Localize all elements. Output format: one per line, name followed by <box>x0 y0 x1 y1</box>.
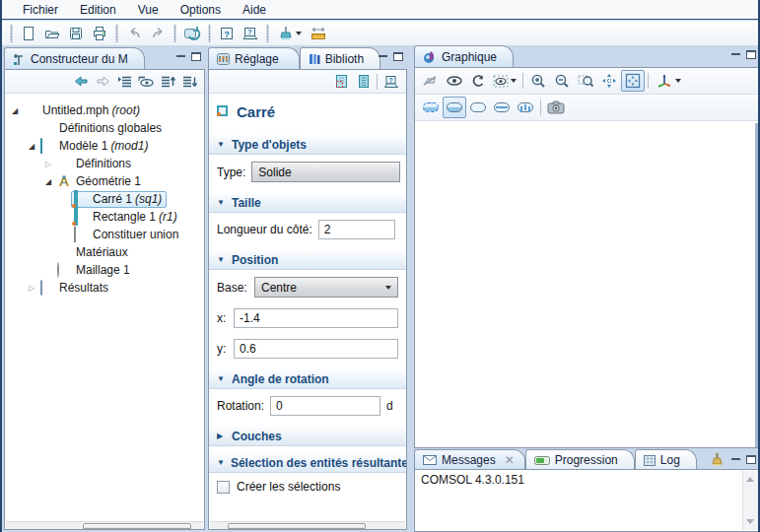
tree-item-model1[interactable]: ◢ Modèle 1(mod1) <box>5 137 204 155</box>
clear-messages-icon[interactable] <box>711 452 724 466</box>
base-select[interactable]: Centre <box>254 277 398 298</box>
undo-icon[interactable] <box>122 23 146 44</box>
tree-item-mesh1[interactable]: Maillage 1 <box>5 261 204 279</box>
tree-item-root[interactable]: ◢ Untitled.mph(root) <box>5 101 204 119</box>
tree-item-definitions[interactable]: ▷ Définitions <box>5 155 204 172</box>
tree-item-square1[interactable]: Carré 1(sq1) <box>5 190 204 208</box>
minimize-icon[interactable] <box>731 458 740 465</box>
snapshot-icon[interactable] <box>544 97 568 118</box>
expand-icon[interactable]: ◢ <box>9 106 21 115</box>
refresh-icon[interactable] <box>466 70 490 92</box>
close-icon[interactable]: ✕ <box>505 453 515 467</box>
deselect-icon[interactable] <box>466 97 490 118</box>
tree-item-global-definitions[interactable]: Définitions globales <box>5 119 204 137</box>
visibility-icon[interactable] <box>443 70 466 92</box>
tab-settings[interactable]: Réglage <box>208 47 300 70</box>
tab-graphics[interactable]: Graphique <box>414 45 514 68</box>
measure-icon[interactable] <box>307 23 330 44</box>
select-line-icon[interactable] <box>490 97 514 118</box>
select-rounded-icon[interactable] <box>443 97 466 118</box>
menu-fichier[interactable]: Fichier <box>12 1 69 19</box>
type-select[interactable]: Solide <box>251 162 400 182</box>
tab-log[interactable]: Log <box>635 449 697 470</box>
section-position-header[interactable]: ▼ Position <box>209 249 406 270</box>
fit-view-icon[interactable] <box>621 70 645 92</box>
new-file-icon[interactable] <box>17 23 40 44</box>
scroll-up-icon[interactable] <box>746 477 754 482</box>
forward-icon[interactable] <box>92 72 113 92</box>
axes-orientation-icon[interactable] <box>652 70 685 92</box>
show-icon[interactable] <box>135 72 157 92</box>
menu-options[interactable]: Options <box>170 1 232 19</box>
tree-item-rectangle1[interactable]: Rectangle 1(r1) <box>5 208 204 226</box>
maximize-icon[interactable] <box>746 455 756 464</box>
view-options-icon[interactable] <box>490 70 519 92</box>
zoom-in-icon[interactable] <box>526 70 550 92</box>
tab-library[interactable]: Biblioth <box>300 47 380 70</box>
maximize-icon[interactable] <box>191 52 201 61</box>
documentation-icon[interactable]: ? <box>380 72 402 92</box>
zoom-extents-icon[interactable] <box>597 70 621 92</box>
rotation-input[interactable] <box>270 396 380 416</box>
hide-icon[interactable] <box>419 70 443 92</box>
zoom-box-icon[interactable] <box>574 70 597 92</box>
build-selected-icon[interactable] <box>330 72 352 92</box>
scroll-down-icon[interactable] <box>746 519 754 524</box>
toolbar-separator <box>172 25 178 42</box>
menu-aide[interactable]: Aide <box>232 1 277 19</box>
minimize-icon[interactable] <box>176 55 185 62</box>
tree-item-materials[interactable]: Matériaux <box>5 243 204 261</box>
clear-paint-icon[interactable] <box>273 23 307 44</box>
clear-paint-dropdown[interactable] <box>296 32 302 35</box>
tree-item-form-union[interactable]: Constituer union <box>5 226 204 243</box>
select-box-icon[interactable] <box>419 97 443 118</box>
tab-messages[interactable]: Messages ✕ <box>414 449 525 470</box>
expand-icon[interactable]: ◢ <box>42 177 54 186</box>
documentation-icon[interactable]: ? <box>239 23 262 44</box>
maximize-icon[interactable] <box>746 50 756 59</box>
menu-edition[interactable]: Edition <box>69 1 127 19</box>
vertical-scrollbar[interactable] <box>742 471 758 530</box>
toolbar-separator <box>377 74 378 90</box>
collapse-triangle-icon: ▼ <box>217 140 226 149</box>
update-solution-icon[interactable] <box>180 23 204 44</box>
redo-icon[interactable] <box>146 23 170 44</box>
back-icon[interactable] <box>70 72 92 92</box>
section-rotation-header[interactable]: ▼ Angle de rotation <box>209 368 406 389</box>
move-down-icon[interactable] <box>178 72 200 92</box>
tab-progress[interactable]: Progression <box>525 449 635 470</box>
expand-icon[interactable]: ◢ <box>26 142 37 151</box>
tree-item-results[interactable]: ▷ Résultats <box>5 279 204 297</box>
progress-icon <box>534 456 550 465</box>
horizontal-scrollbar[interactable] <box>6 521 203 529</box>
collapse-icon[interactable]: ▷ <box>26 284 37 293</box>
collapse-all-icon[interactable] <box>113 72 135 92</box>
minimize-icon[interactable] <box>731 53 740 60</box>
section-layers-header[interactable]: ▶ Couches <box>209 426 406 446</box>
zoom-out-icon[interactable] <box>550 70 574 92</box>
menu-vue[interactable]: Vue <box>127 1 170 19</box>
move-up-icon[interactable] <box>157 72 178 92</box>
section-resulting-selection-header[interactable]: ▼ Sélection des entités résultante <box>209 452 406 473</box>
help-icon[interactable]: ? <box>215 23 239 44</box>
section-size-header[interactable]: ▼ Taille <box>209 192 406 213</box>
create-selections-checkbox[interactable] <box>217 481 230 494</box>
open-file-icon[interactable] <box>40 23 64 44</box>
tab-model-builder[interactable]: Constructeur du M <box>4 47 145 70</box>
section-type-header[interactable]: ▼ Type d'objets <box>209 134 406 155</box>
select-cross-icon[interactable] <box>514 97 537 118</box>
build-all-icon[interactable] <box>352 72 374 92</box>
minimize-icon[interactable] <box>379 55 387 62</box>
save-icon[interactable] <box>64 23 88 44</box>
scrollbar-thumb[interactable] <box>228 523 366 529</box>
x-input[interactable] <box>234 308 398 328</box>
side-length-input[interactable] <box>318 220 395 239</box>
tree-item-geometry1[interactable]: ◢ Géométrie 1 <box>5 172 204 190</box>
scrollbar-thumb[interactable] <box>83 523 191 529</box>
print-icon[interactable] <box>88 23 111 44</box>
maximize-icon[interactable] <box>393 52 403 61</box>
horizontal-scrollbar[interactable] <box>210 521 405 529</box>
collapse-icon[interactable]: ▷ <box>42 160 54 168</box>
y-input[interactable] <box>234 339 398 359</box>
graphics-canvas[interactable] <box>415 123 759 447</box>
